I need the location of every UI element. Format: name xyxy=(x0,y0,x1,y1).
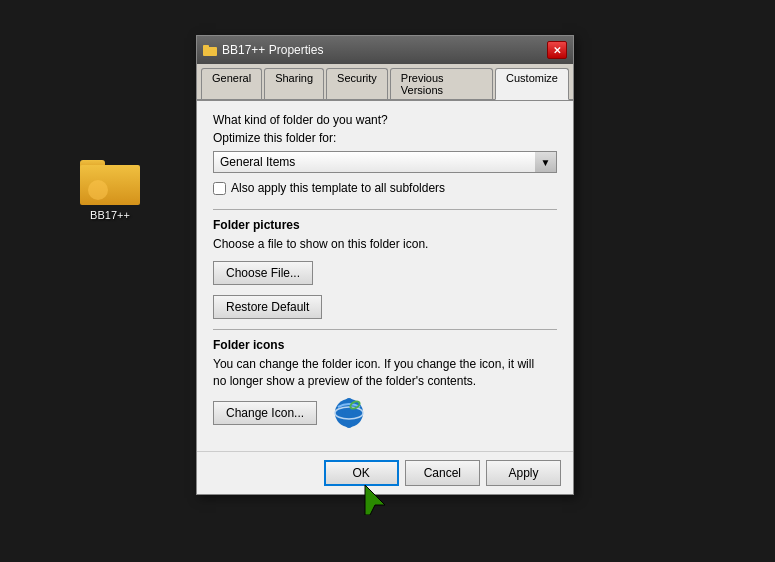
tab-previous-versions[interactable]: Previous Versions xyxy=(390,68,493,99)
cancel-button[interactable]: Cancel xyxy=(405,460,480,486)
properties-dialog: BB17++ Properties ✕ General Sharing Secu… xyxy=(196,35,574,495)
divider-2 xyxy=(213,329,557,330)
svg-point-5 xyxy=(345,409,353,417)
folder-pictures-desc: Choose a file to show on this folder ico… xyxy=(213,236,557,253)
close-button[interactable]: ✕ xyxy=(547,41,567,59)
divider-1 xyxy=(213,209,557,210)
change-icon-button[interactable]: Change Icon... xyxy=(213,401,317,425)
dialog-title: BB17++ Properties xyxy=(222,43,323,57)
change-icon-row: Change Icon... xyxy=(213,397,557,429)
folder-pictures-desc-text: Choose a file to show on this folder ico… xyxy=(213,237,428,251)
ok-button[interactable]: OK xyxy=(324,460,399,486)
folder-icons-heading: Folder icons xyxy=(213,338,557,352)
tab-customize[interactable]: Customize xyxy=(495,68,569,100)
ie-icon xyxy=(333,397,365,429)
choose-file-button[interactable]: Choose File... xyxy=(213,261,313,285)
tabs-bar: General Sharing Security Previous Versio… xyxy=(197,64,573,101)
title-bar: BB17++ Properties ✕ xyxy=(197,36,573,64)
folder-icons-desc-line1: You can change the folder icon. If you c… xyxy=(213,357,534,371)
folder-graphic xyxy=(80,155,140,205)
restore-default-button[interactable]: Restore Default xyxy=(213,295,322,319)
svg-rect-1 xyxy=(203,45,209,49)
optimize-dropdown-wrapper: General Items Documents Pictures Music V… xyxy=(213,151,557,173)
subfolders-checkbox-row: Also apply this template to all subfolde… xyxy=(213,181,557,195)
folder-icons-desc: You can change the folder icon. If you c… xyxy=(213,356,557,390)
desktop: BB17++ BB17++ Properties ✕ General Shari… xyxy=(0,0,775,562)
tab-general[interactable]: General xyxy=(201,68,262,99)
optimize-dropdown[interactable]: General Items Documents Pictures Music V… xyxy=(213,151,557,173)
title-bar-left: BB17++ Properties xyxy=(203,43,323,57)
folder-question: What kind of folder do you want? xyxy=(213,113,557,127)
folder-icons-desc-line2: no longer show a preview of the folder's… xyxy=(213,374,476,388)
folder-pictures-heading: Folder pictures xyxy=(213,218,557,232)
folder-picture-buttons: Choose File... xyxy=(213,261,557,285)
title-icon xyxy=(203,43,217,57)
tab-security[interactable]: Security xyxy=(326,68,388,99)
tab-sharing[interactable]: Sharing xyxy=(264,68,324,99)
apply-button[interactable]: Apply xyxy=(486,460,561,486)
button-bar: OK Cancel Apply xyxy=(197,451,573,494)
title-bar-buttons: ✕ xyxy=(547,41,567,59)
optimize-label: Optimize this folder for: xyxy=(213,131,557,145)
folder-label: BB17++ xyxy=(90,209,130,221)
desktop-folder-icon[interactable]: BB17++ xyxy=(70,155,150,221)
subfolders-label: Also apply this template to all subfolde… xyxy=(231,181,445,195)
restore-row: Restore Default xyxy=(213,295,557,319)
subfolders-checkbox[interactable] xyxy=(213,182,226,195)
dialog-content: What kind of folder do you want? Optimiz… xyxy=(197,101,573,451)
